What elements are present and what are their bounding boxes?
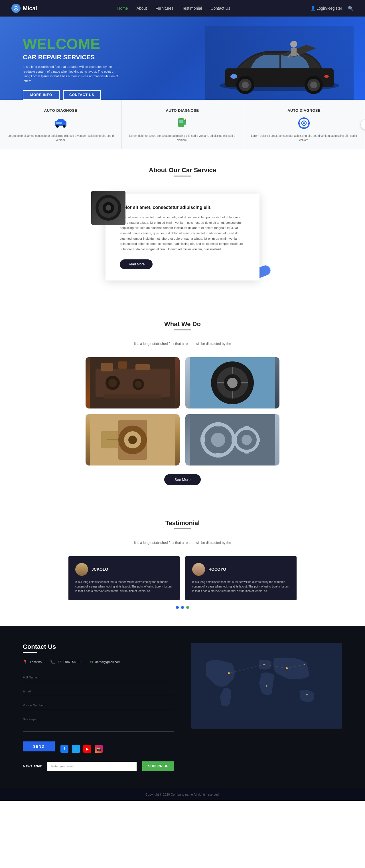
search-icon[interactable]: 🔍 <box>348 6 354 11</box>
dot-1[interactable] <box>176 606 179 609</box>
testimonial-title: Testimonial <box>23 519 342 527</box>
svg-point-49 <box>227 378 238 388</box>
world-map <box>191 643 342 728</box>
svg-point-75 <box>228 672 230 674</box>
contact-phone: 📞 +71 9087654321 <box>50 660 81 664</box>
footer: Copyright © 2020 Company name All rights… <box>0 788 365 801</box>
contact-location-text: Locatins <box>30 660 42 663</box>
logo-icon <box>11 4 21 13</box>
testimonial-header-1: JCKOLO <box>75 563 173 576</box>
hero-car-image <box>205 26 354 100</box>
contact-button[interactable]: CONTACT US <box>63 90 101 100</box>
dot-3[interactable] <box>186 606 189 609</box>
email-input[interactable] <box>23 687 174 696</box>
more-info-button[interactable]: MORE INFO <box>23 90 60 100</box>
hero-section: WELCOME CAR REPAIR SERVICES It is a long… <box>0 17 365 100</box>
about-card-body: dolor sit amet, consectetur adipiscing e… <box>120 215 245 252</box>
twitter-icon[interactable]: t <box>72 745 80 753</box>
svg-point-41 <box>109 378 117 387</box>
avatar-image-1 <box>75 563 88 576</box>
testimonial-avatar-1 <box>75 563 88 576</box>
svg-point-58 <box>128 436 137 444</box>
svg-point-63 <box>211 433 225 447</box>
testimonial-text-1: It is a long established fact that a rea… <box>75 580 173 593</box>
contact-form <box>23 673 174 738</box>
svg-rect-19 <box>59 122 62 124</box>
contact-email-text: demo@gmail.com <box>95 660 121 663</box>
svg-point-43 <box>135 381 142 388</box>
nav-contact[interactable]: Contact Us <box>210 6 230 10</box>
svg-point-14 <box>324 75 329 78</box>
about-title-underline <box>174 176 191 177</box>
gallery-item-tire <box>185 357 279 408</box>
nav-home[interactable]: Home <box>117 6 128 10</box>
social-icons: f t ▶ 📷 <box>60 745 103 753</box>
testimonial-text-2: It is a long established fact that a rea… <box>192 580 290 593</box>
contact-layout: Contact Us 📍 Locatins 📞 +71 9087654321 ✉… <box>23 643 342 771</box>
svg-rect-73 <box>256 438 260 442</box>
testimonial-name-2: ROCOYO <box>208 567 226 571</box>
location-icon: 📍 <box>23 660 28 664</box>
youtube-icon[interactable]: ▶ <box>83 745 91 753</box>
contact-right <box>191 643 342 771</box>
instagram-icon[interactable]: 📷 <box>95 745 103 753</box>
svg-rect-29 <box>298 123 300 124</box>
svg-rect-23 <box>185 119 186 121</box>
contact-email: ✉ demo@gmail.com <box>90 660 121 664</box>
testimonial-name-1: JCKOLO <box>92 567 108 571</box>
svg-point-13 <box>231 74 237 79</box>
service-icon-fuel <box>175 116 190 130</box>
read-more-button[interactable]: Read More <box>120 259 153 269</box>
see-more-button[interactable]: See More <box>164 474 201 485</box>
facebook-icon[interactable]: f <box>60 745 68 753</box>
testimonial-section: Testimonial It is a long established fac… <box>0 502 365 626</box>
phone-input[interactable] <box>23 701 174 710</box>
service-card-2: AUTO DIAGNOSE Lorem dolor sit amet, cons… <box>122 100 244 149</box>
svg-point-26 <box>303 122 305 124</box>
about-card-title: Dolor sit amet, consectetur adipiscing e… <box>120 205 245 210</box>
svg-rect-22 <box>184 120 186 125</box>
gallery-grid <box>86 357 279 465</box>
dot-2[interactable] <box>181 606 184 609</box>
service-card-1: AUTO DIAGNOSE Lorem dolor sit amet, cons… <box>0 100 122 149</box>
svg-rect-28 <box>303 127 305 129</box>
nav-links: Home About Furnitures Testimonial Contac… <box>117 6 230 11</box>
services-strip: AUTO DIAGNOSE Lorem dolor sit amet, cons… <box>0 100 365 149</box>
what-we-do-description: It is a long established fact that a rea… <box>23 342 342 346</box>
what-we-do-section: What We Do It is a long established fact… <box>0 303 365 502</box>
contact-left: Contact Us 📍 Locatins 📞 +71 9087654321 ✉… <box>23 643 174 771</box>
newsletter-input[interactable] <box>47 762 137 771</box>
service-title-3: AUTO DIAGNOSE <box>250 108 358 113</box>
svg-point-5 <box>242 82 249 88</box>
testimonial-description: It is a long established fact that a rea… <box>23 541 342 545</box>
contact-info-row: 📍 Locatins 📞 +71 9087654321 ✉ demo@gmail… <box>23 660 174 664</box>
logo[interactable]: Mical <box>11 4 37 13</box>
svg-rect-70 <box>244 426 249 430</box>
navigation: Mical Home About Furnitures Testimonial … <box>0 0 365 17</box>
subscribe-button[interactable]: SUBSCRIBE <box>142 762 174 771</box>
newsletter-label: Newsletter <box>23 764 42 768</box>
svg-rect-72 <box>233 438 237 442</box>
gallery-item-gears <box>185 414 279 465</box>
svg-rect-38 <box>118 362 127 369</box>
send-button[interactable]: SEND <box>23 741 55 751</box>
contact-phone-text: +71 9087654321 <box>57 660 81 663</box>
nav-about[interactable]: About <box>136 6 147 10</box>
message-input[interactable] <box>23 715 174 732</box>
nav-right: 👤 Login/Register 🔍 <box>310 6 354 11</box>
full-name-input[interactable] <box>23 673 174 682</box>
gallery-item-brake <box>86 414 180 465</box>
svg-rect-68 <box>201 437 205 443</box>
about-card-image <box>91 191 125 225</box>
nav-login-register[interactable]: 👤 Login/Register <box>310 6 342 10</box>
svg-point-80 <box>306 694 308 695</box>
svg-rect-27 <box>303 117 305 119</box>
nav-testimonial[interactable]: Testimonial <box>182 6 202 10</box>
contact-section: Contact Us 📍 Locatins 📞 +71 9087654321 ✉… <box>0 626 365 788</box>
svg-point-78 <box>304 663 305 665</box>
about-section-title: About Our Car Service <box>23 166 342 174</box>
avatar-image-2 <box>192 563 205 576</box>
nav-furnitures[interactable]: Furnitures <box>155 6 173 10</box>
svg-point-9 <box>290 41 297 48</box>
svg-point-65 <box>242 435 252 445</box>
